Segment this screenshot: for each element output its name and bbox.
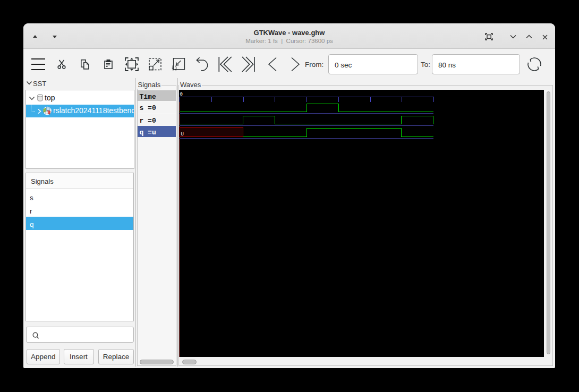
svg-text:U: U	[181, 132, 184, 137]
svg-text:0: 0	[180, 92, 183, 97]
